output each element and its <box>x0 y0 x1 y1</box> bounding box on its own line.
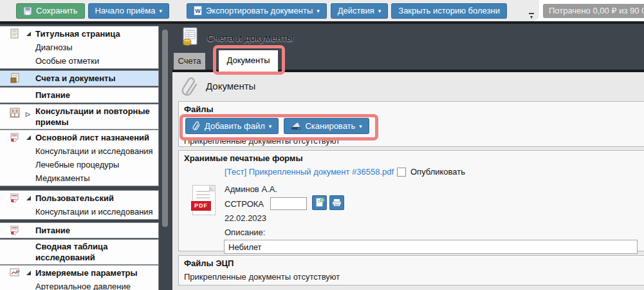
tab-label: Документы <box>226 55 270 65</box>
line-field-label: ССТРОКА <box>225 199 264 209</box>
vertical-scrollbar-thumb[interactable] <box>162 30 168 227</box>
sidebar-group-nutrition-2: Питание <box>0 222 159 238</box>
tab-label: Счета <box>178 56 201 66</box>
sidebar-group-invoices: Счета и документы <box>0 70 159 86</box>
sidebar-item-consult-research[interactable]: Консультации и исследования <box>0 144 158 158</box>
pills-icon <box>10 132 20 142</box>
collapse-caret-icon: ▾ <box>530 14 533 20</box>
document-author: Админов А.А. <box>225 184 277 194</box>
start-reception-button[interactable]: Начало приёма ▾ <box>88 3 169 19</box>
chevron-down-icon: ▾ <box>317 8 320 14</box>
sidebar-item-main-prescription-list[interactable]: Основной лист назначений <box>0 131 158 144</box>
sidebar-item-label: Счета и документы <box>35 73 116 83</box>
sidebar-item-title-page[interactable]: Титульная страница <box>0 27 158 41</box>
sidebar-item-special-marks[interactable]: Особые отметки <box>0 54 158 68</box>
new-document-button[interactable] <box>312 195 327 210</box>
sidebar-item-label: Консультации и повторные приемы <box>35 106 150 127</box>
toolbar-collapse-toggle[interactable]: ▾ <box>527 13 536 19</box>
ecp-empty-text: Прикрепленные документы отсутствуют <box>184 272 340 282</box>
sidebar-item-treatment-procedures[interactable]: Лечебные процедуры <box>0 158 158 171</box>
sidebar-item-label: Титульная страница <box>35 29 120 39</box>
stored-forms-title: Хранимые печатные формы <box>184 153 303 163</box>
sidebar-group-summary-table: Сводная таблица исследований <box>0 239 159 265</box>
expander-open-icon[interactable] <box>26 32 31 36</box>
tab-documents[interactable]: Документы <box>219 50 278 72</box>
save-label: Сохранить <box>36 6 78 15</box>
chart-pencil-icon <box>10 267 20 278</box>
chevron-down-icon: ▾ <box>159 8 162 14</box>
save-button[interactable]: Сохранить <box>16 3 85 19</box>
sidebar-group-custom: Пользовательский Консультации и исследов… <box>0 190 159 220</box>
attachments-heading: Документы <box>206 81 255 92</box>
actions-button[interactable]: Действия ▾ <box>331 3 389 19</box>
sidebar-item-diagnoses[interactable]: Диагнозы <box>0 41 158 54</box>
pills-icon <box>10 225 20 235</box>
stored-forms-panel: Хранимые печатные формы [Тест] Прикрепле… <box>178 150 644 251</box>
expander-open-icon[interactable] <box>26 135 31 140</box>
actions-label: Действия <box>338 6 374 15</box>
toolbar: Сохранить Начало приёма ▾ W Экспортирова… <box>0 0 644 21</box>
page-fold-icon <box>209 186 215 191</box>
close-history-label: Закрыть историю болезни <box>398 6 500 15</box>
sidebar-item-custom[interactable]: Пользовательский <box>0 191 158 205</box>
sidebar-item-nutrition-2[interactable]: Питание <box>0 224 158 237</box>
sidebar-item-label: Консультации и исследования <box>35 146 153 156</box>
scan-button[interactable]: Сканировать ▾ <box>284 118 369 134</box>
sidebar-item-summary-table[interactable]: Сводная таблица исследований <box>0 240 158 264</box>
close-history-button[interactable]: Закрыть историю болезни <box>391 3 507 19</box>
spent-amount-badge: Потрачено 0,00 ₽ из 90 00 <box>543 4 644 18</box>
sidebar-item-label: Измеряемые параметры <box>35 268 138 278</box>
sidebar-item-nutrition[interactable]: Питание <box>0 88 158 102</box>
sidebar-item-medications[interactable]: Медикаменты <box>0 171 158 185</box>
page-title: Счета и документы <box>207 32 293 43</box>
ecp-panel-title: Файлы ЭЦП <box>184 258 234 268</box>
sidebar-item-label: Лечебные процедуры <box>35 160 119 169</box>
export-documents-button[interactable]: W Экспортировать документы ▾ <box>187 3 327 19</box>
doctors-icon <box>10 108 20 118</box>
export-documents-label: Экспортировать документы <box>206 6 313 15</box>
expander-open-icon[interactable] <box>26 196 31 200</box>
invoices-documents-icon <box>179 26 200 47</box>
add-file-label: Добавить файл <box>205 121 265 131</box>
sidebar-item-consultations-repeat[interactable]: ▷ Консультации и повторные приемы <box>0 105 158 128</box>
sidebar-group-nutrition-1: Питание <box>0 87 159 103</box>
start-reception-label: Начало приёма <box>95 6 156 15</box>
pills-icon <box>10 193 20 203</box>
files-empty-text: Прикрепленные документы отсутствуют <box>184 136 340 146</box>
sidebar-item-label: Питание <box>35 226 70 235</box>
stored-document-link[interactable]: [Тест] Прикрепленный документ #36558.pdf <box>225 167 394 177</box>
save-icon <box>23 6 32 15</box>
expander-closed-icon[interactable]: ▷ <box>26 111 30 117</box>
sidebar-item-consult-research-custom[interactable]: Консультации и исследования <box>0 205 158 218</box>
print-button[interactable] <box>329 195 344 210</box>
paperclip-icon <box>181 77 199 97</box>
publish-checkbox[interactable] <box>397 168 406 177</box>
chevron-down-icon: ▾ <box>359 124 362 130</box>
scan-label: Сканировать <box>305 121 355 131</box>
ecp-files-panel: Файлы ЭЦП Прикрепленные документы отсутс… <box>178 255 644 285</box>
sidebar-item-blood-pressure[interactable]: Артериальное давление <box>0 280 158 290</box>
sidebar-item-label: Пользовательский <box>35 193 114 203</box>
sidebar-item-label: Питание <box>35 90 70 100</box>
document-icon <box>10 28 20 39</box>
scanner-icon <box>291 122 301 131</box>
sidebar-group-title-page: Титульная страница Диагнозы Особые отмет… <box>0 26 159 69</box>
toolbar-strip: Сохранить Начало приёма ▾ W Экспортирова… <box>0 0 539 21</box>
sidebar-item-label: Диагнозы <box>35 43 73 52</box>
chevron-down-icon: ▾ <box>378 8 382 14</box>
sidebar-item-label: Сводная таблица исследований <box>35 242 107 262</box>
sidebar-item-invoices-documents[interactable]: Счета и документы <box>0 72 158 85</box>
sidebar-item-label: Особые отметки <box>35 56 99 66</box>
sidebar-item-label: Артериальное давление <box>35 282 131 290</box>
expander-open-icon[interactable] <box>26 271 31 275</box>
tab-invoices[interactable]: Счета <box>174 53 205 70</box>
sidebar-item-measured-params[interactable]: Измеряемые параметры <box>0 266 158 280</box>
sidebar-item-label: Основной лист назначений <box>35 133 149 142</box>
sidebar-item-label: Медикаменты <box>35 173 90 183</box>
add-file-button[interactable]: Добавить файл ▾ <box>185 118 279 134</box>
sidebar-group-measured-params: Измеряемые параметры Артериальное давлен… <box>0 265 159 290</box>
invoice-document-icon <box>10 73 20 83</box>
description-label: Описание: <box>225 227 265 237</box>
line-field-input[interactable] <box>270 197 307 210</box>
description-input[interactable] <box>224 240 638 254</box>
